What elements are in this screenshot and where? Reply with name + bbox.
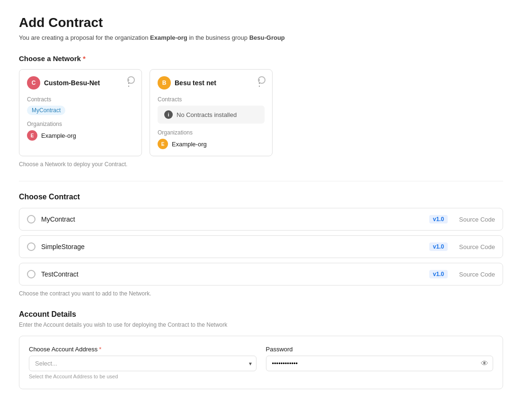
address-select-wrapper: Select... ▾	[29, 356, 257, 371]
contract-tags-custom: MyContract	[27, 106, 134, 121]
contract-name-simplestorage: SimpleStorage	[41, 243, 424, 250]
info-icon: i	[164, 110, 173, 119]
password-group: Password 👁	[266, 346, 494, 379]
contract-row-simplestorage[interactable]: SimpleStorage v1.0 Source Code	[19, 235, 503, 258]
source-code-testcontract[interactable]: Source Code	[459, 271, 495, 278]
network-avatar-custom: C	[27, 76, 40, 89]
network-hint: Choose a Network to deploy your Contract…	[19, 161, 503, 168]
org-name: Example-org	[150, 34, 187, 41]
org-name-custom: Example-org	[41, 132, 76, 139]
password-input-wrapper: 👁	[266, 356, 494, 371]
org-avatar-besu: E	[158, 139, 168, 149]
source-code-mycontract[interactable]: Source Code	[459, 216, 495, 223]
contract-radio-testcontract[interactable]	[27, 270, 35, 278]
contract-tag-mycontract: MyContract	[27, 106, 65, 115]
contracts-label-custom: Contracts	[27, 96, 134, 103]
network-radio-besu[interactable]	[258, 76, 265, 84]
source-code-simplestorage[interactable]: Source Code	[459, 243, 495, 250]
contract-version-testcontract: v1.0	[429, 270, 448, 278]
network-name-custom: Custom-Besu-Net	[44, 79, 100, 87]
contract-name-mycontract: MyContract	[41, 215, 424, 223]
contract-row-testcontract[interactable]: TestContract v1.0 Source Code	[19, 263, 503, 286]
address-hint: Select the Account Address to be used	[29, 374, 257, 379]
address-required: *	[99, 346, 101, 353]
org-row-besu: E Example-org	[158, 139, 265, 149]
account-details-box: Choose Account Address * Select... ▾ Sel…	[19, 336, 503, 389]
account-details-subtitle: Enter the Account details you wish to us…	[19, 322, 503, 328]
address-label: Choose Account Address *	[29, 346, 257, 353]
contract-hint: Choose the contract you want to add to t…	[19, 290, 503, 297]
account-details-title: Account Details	[19, 310, 503, 319]
orgs-label-custom: Organizations	[27, 121, 134, 127]
required-indicator: *	[83, 54, 86, 63]
no-contracts-text: No Contracts installed	[177, 111, 237, 118]
contract-version-mycontract: v1.0	[429, 215, 448, 223]
contract-list: MyContract v1.0 Source Code SimpleStorag…	[19, 208, 503, 286]
account-address-group: Choose Account Address * Select... ▾ Sel…	[29, 346, 257, 379]
page-subtitle: You are creating a proposal for the orga…	[19, 34, 503, 41]
password-input[interactable]	[266, 356, 494, 371]
page-title: Add Contract	[19, 15, 503, 30]
contract-name-testcontract: TestContract	[41, 270, 424, 278]
network-grid: C Custom-Besu-Net ⋮ Contracts MyContract…	[19, 69, 503, 156]
contract-radio-simplestorage[interactable]	[27, 242, 35, 251]
choose-network-section-title: Choose a Network *	[19, 54, 503, 63]
choose-contract-title: Choose Contract	[19, 193, 503, 201]
group-name: Besu-Group	[249, 34, 285, 41]
password-label: Password	[266, 346, 494, 353]
network-card-custom-besu-net[interactable]: C Custom-Besu-Net ⋮ Contracts MyContract…	[19, 69, 142, 156]
org-name-besu: Example-org	[172, 141, 207, 148]
network-radio-custom[interactable]	[127, 76, 135, 84]
account-form-row: Choose Account Address * Select... ▾ Sel…	[29, 346, 493, 379]
divider-1	[19, 181, 503, 181]
contracts-label-besu: Contracts	[158, 96, 265, 103]
network-card-besu-test-net[interactable]: B Besu test net ⋮ Contracts i No Contrac…	[150, 69, 273, 156]
orgs-label-besu: Organizations	[158, 129, 265, 136]
contract-version-simplestorage: v1.0	[429, 242, 448, 251]
contract-row-mycontract[interactable]: MyContract v1.0 Source Code	[19, 208, 503, 231]
address-select[interactable]: Select...	[29, 356, 257, 371]
eye-icon[interactable]: 👁	[481, 359, 488, 368]
org-avatar-custom: E	[27, 130, 37, 141]
no-contracts-box: i No Contracts installed	[158, 106, 265, 124]
contract-radio-mycontract[interactable]	[27, 215, 35, 223]
org-row-custom: E Example-org	[27, 130, 134, 141]
network-name-besu: Besu test net	[175, 79, 216, 87]
network-avatar-besu: B	[158, 76, 171, 89]
